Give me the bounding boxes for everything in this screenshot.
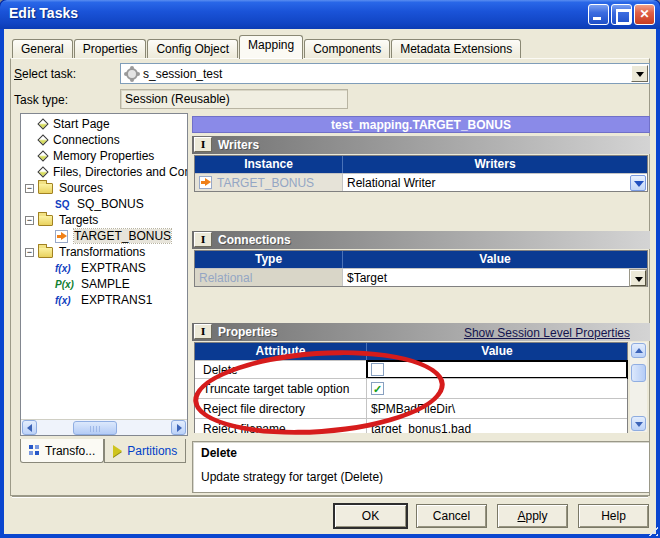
tree-item-target-bonus[interactable]: TARGET_BONUS: [21, 228, 187, 244]
diamond-icon: [37, 134, 48, 145]
checkbox-unchecked[interactable]: [371, 363, 384, 376]
writers-row[interactable]: TARGET_BONUS Relational Writer: [195, 173, 647, 191]
bottom-tab-strip: Transfo... Partitions: [20, 439, 186, 463]
cancel-button[interactable]: Cancel: [416, 504, 487, 528]
property-row-reject-directory[interactable]: Reject file directory $PMBadFileDir\: [195, 398, 627, 418]
connections-col-type: Type: [195, 251, 343, 268]
close-icon[interactable]: ✕: [634, 4, 655, 25]
collapse-minus-icon[interactable]: −: [25, 184, 34, 193]
mapplet-icon: P(x): [55, 279, 75, 290]
collapse-section-icon[interactable]: I: [194, 137, 212, 152]
button-row: OK Cancel Apply Help: [4, 504, 656, 528]
property-row-delete[interactable]: Delete: [195, 360, 627, 378]
tab-metadata-extensions[interactable]: Metadata Extensions: [391, 39, 521, 59]
collapse-section-icon[interactable]: I: [194, 324, 212, 339]
tree-item-memory-properties[interactable]: Memory Properties: [21, 148, 187, 164]
collapse-minus-icon[interactable]: −: [25, 216, 34, 225]
reject-directory-value[interactable]: $PMBadFileDir\: [367, 399, 627, 418]
tree-item-connections[interactable]: Connections: [21, 132, 187, 148]
properties-vertical-scrollbar[interactable]: [630, 342, 647, 432]
description-text: Update strategy for target (Delete): [201, 470, 641, 484]
target-icon: [199, 176, 212, 189]
chevron-down-icon[interactable]: [630, 175, 646, 191]
reject-filename-value[interactable]: target_bonus1.bad: [367, 419, 627, 433]
tree-item-exptrans[interactable]: f(x)EXPTRANS: [21, 260, 187, 276]
show-session-level-properties-link[interactable]: Show Session Level Properties: [464, 324, 630, 342]
scroll-up-icon[interactable]: [631, 343, 646, 358]
dialog-client-area: General Properties Config Object Mapping…: [4, 29, 656, 534]
connections-row[interactable]: Relational $Target: [195, 268, 647, 286]
tree-item-exptrans1[interactable]: f(x)EXPTRANS1: [21, 292, 187, 308]
writer-instance: TARGET_BONUS: [217, 176, 314, 190]
browse-connection-button[interactable]: [630, 270, 646, 286]
chevron-down-icon: [636, 72, 644, 77]
source-qualifier-icon: SQ: [55, 199, 71, 210]
tab-mapping[interactable]: Mapping: [239, 35, 303, 59]
expression-icon: f(x): [55, 263, 75, 274]
writers-col-writers: Writers: [343, 156, 647, 173]
tree-item-targets[interactable]: −Targets: [21, 212, 187, 228]
connections-table: Type Value Relational $Target: [194, 250, 648, 287]
tab-config-object[interactable]: Config Object: [147, 39, 238, 59]
connections-section-bar: I Connections: [192, 231, 650, 249]
tree-item-sources[interactable]: −Sources: [21, 180, 187, 196]
tree-item-sample[interactable]: P(x)SAMPLE: [21, 276, 187, 292]
writers-table: Instance Writers TARGET_BONUS Relational…: [194, 155, 648, 192]
tab-transformations[interactable]: Transfo...: [20, 439, 104, 463]
tree-item-start-page[interactable]: Start Page: [21, 116, 187, 132]
writers-section-bar: I Writers: [192, 136, 650, 154]
window-title: Edit Tasks: [9, 5, 78, 21]
writer-type-cell[interactable]: Relational Writer: [343, 174, 647, 191]
transformations-grid-icon: [29, 445, 40, 456]
apply-button[interactable]: Apply: [497, 504, 568, 528]
attribute-description-panel: Delete Update strategy for target (Delet…: [192, 441, 650, 493]
task-type-label: Task type:: [14, 93, 68, 107]
tab-properties[interactable]: Properties: [74, 39, 147, 59]
tab-partitions[interactable]: Partitions: [104, 439, 186, 463]
writers-col-instance: Instance: [195, 156, 343, 173]
scroll-left-icon[interactable]: [22, 420, 37, 435]
select-task-dropdown-button[interactable]: [631, 65, 648, 82]
partitions-play-icon: [113, 445, 122, 457]
task-type-field: Session (Reusable): [120, 89, 348, 109]
session-gear-icon: [126, 68, 138, 80]
scroll-right-icon[interactable]: [171, 420, 186, 435]
maximize-icon[interactable]: [611, 4, 632, 25]
edit-tasks-dialog: Edit Tasks ✕ General Properties Config O…: [0, 0, 660, 538]
checkbox-checked[interactable]: ✓: [371, 382, 384, 395]
mapping-tree-panel: Start Page Connections Memory Properties…: [20, 113, 188, 436]
diamond-icon: [37, 118, 48, 129]
scrollbar-thumb[interactable]: [73, 421, 117, 435]
select-task-label: Select task:: [14, 67, 76, 81]
properties-table: Attribute Value Delete Truncate target t…: [194, 342, 628, 433]
tree-horizontal-scrollbar[interactable]: [21, 419, 187, 435]
scrollbar-thumb[interactable]: [631, 364, 646, 382]
tab-components[interactable]: Components: [304, 39, 390, 59]
delete-value-cell[interactable]: [367, 361, 627, 378]
titlebar[interactable]: Edit Tasks ✕: [0, 0, 660, 29]
select-task-combobox[interactable]: s_session_test: [120, 63, 650, 84]
tree-item-transformations[interactable]: −Transformations: [21, 244, 187, 260]
collapse-section-icon[interactable]: I: [194, 232, 212, 247]
folder-icon: [38, 183, 53, 194]
minimize-icon[interactable]: [588, 4, 609, 25]
property-row-truncate[interactable]: Truncate target table option ✓: [195, 378, 627, 398]
diamond-icon: [37, 150, 48, 161]
properties-section-bar: I Properties Show Session Level Properti…: [192, 323, 650, 341]
help-button[interactable]: Help: [578, 504, 649, 528]
ok-button[interactable]: OK: [334, 504, 407, 528]
tree-item-files-directories[interactable]: Files, Directories and Comm: [21, 164, 187, 180]
scroll-down-icon[interactable]: [631, 416, 646, 431]
tab-strip: General Properties Config Object Mapping…: [12, 35, 522, 59]
connection-value-cell[interactable]: $Target: [343, 269, 647, 286]
tree-item-sq-bonus[interactable]: SQSQ_BONUS: [21, 196, 187, 212]
connection-type: Relational: [199, 271, 252, 285]
properties-col-value: Value: [367, 343, 627, 360]
mapping-object-header: test_mapping.TARGET_BONUS: [192, 116, 650, 133]
collapse-minus-icon[interactable]: −: [25, 248, 34, 257]
tab-general[interactable]: General: [12, 39, 73, 59]
truncate-value-cell[interactable]: ✓: [367, 379, 627, 398]
connections-col-value: Value: [343, 251, 647, 268]
description-title: Delete: [201, 446, 641, 460]
property-row-reject-filename[interactable]: Reject filename target_bonus1.bad: [195, 418, 627, 433]
